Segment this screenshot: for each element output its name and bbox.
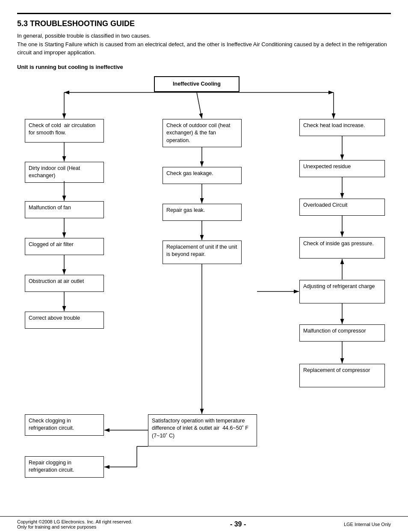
box-repair-gas: Repair gas leak. xyxy=(163,204,242,221)
box-outdoor-coil: Check of outdoor coil (heat exchanger) &… xyxy=(163,119,242,148)
box-gas-leakage: Check gas leakage. xyxy=(163,167,242,184)
box-check-clogging: Check clogging in refrigeration circuit. xyxy=(25,414,104,436)
footer-center: - 39 - xyxy=(230,520,246,528)
flowchart: Ineffective Cooling Check of cold air ci… xyxy=(17,76,391,496)
footer-left: Copyright ©2008 LG Electronics. Inc. All… xyxy=(17,519,132,529)
box-cold-air: Check of cold air circulation for smooth… xyxy=(25,119,104,143)
top-border xyxy=(17,13,391,14)
box-heat-load: Check heat load increase. xyxy=(299,119,385,136)
box-malfunction-compressor: Malfunction of compressor xyxy=(299,324,385,342)
box-unexpected-residue: Unexpected residue xyxy=(299,160,385,177)
box-adjust-refrigerant: Adjusting of refrigerant charge xyxy=(299,280,385,303)
intro-line1: In general, possible trouble is classifi… xyxy=(17,33,151,39)
box-satisfactory: Satisfactory operation with temperature … xyxy=(148,414,257,446)
box-replace-unit: Replacement of unit if the unit is beyon… xyxy=(163,241,242,264)
box-repair-clogging: Repair clogging in refrigeration circuit… xyxy=(25,456,104,478)
footer: Copyright ©2008 LG Electronics. Inc. All… xyxy=(0,516,408,532)
box-correct-trouble: Correct above trouble xyxy=(25,312,104,329)
box-dirty-coil: Dirty indoor coil (Heat exchanger) xyxy=(25,162,104,183)
box-clogged-filter: Clogged of air filter xyxy=(25,238,104,255)
box-obstruction: Obstruction at air outlet xyxy=(25,275,104,292)
sub-heading: Unit is running but cooling is ineffecti… xyxy=(17,64,391,70)
box-overloaded: Overloaded Circuit xyxy=(299,199,385,216)
section-title: 5.3 TROUBLESHOOTING GUIDE xyxy=(17,19,391,28)
box-replace-compressor: Replacement of compressor xyxy=(299,364,385,387)
box-malfunction-fan: Malfunction of fan xyxy=(25,201,104,218)
intro-line2: The one is Starting Failure which is cau… xyxy=(17,41,387,56)
svg-line-3 xyxy=(197,92,202,119)
footer-right: LGE Internal Use Only xyxy=(344,522,391,527)
box-ineffective-cooling: Ineffective Cooling xyxy=(154,76,239,92)
box-inside-gas: Check of inside gas pressure. xyxy=(299,237,385,259)
intro-text: In general, possible trouble is classifi… xyxy=(17,32,391,57)
page: 5.3 TROUBLESHOOTING GUIDE In general, po… xyxy=(0,0,408,532)
